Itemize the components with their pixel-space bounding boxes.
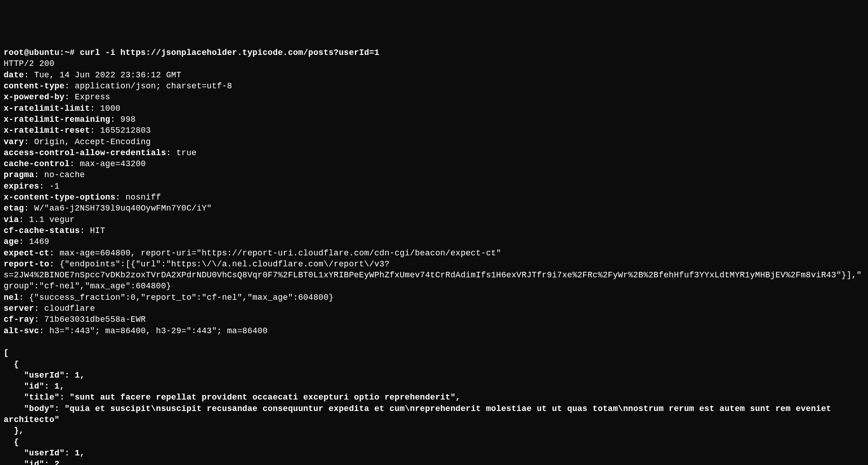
http-header-line: cache-control: max-age=43200 [4,158,864,169]
http-header-line: etag: W/"aa6-j2NSH739l9uq40OywFMn7Y0C/iY… [4,203,864,214]
http-header-key: etag [4,204,24,213]
http-header-value: : 71b6e3031dbe558a-EWR [34,315,146,324]
http-header-value: : 1000 [90,104,121,113]
http-header-key: expect-ct [4,249,49,258]
http-header-value: : 1655212803 [90,126,151,135]
http-header-value: : 998 [110,115,136,124]
http-header-line: alt-svc: h3=":443"; ma=86400, h3-29=":44… [4,325,864,336]
http-header-key: cache-control [4,159,70,168]
http-header-key: x-ratelimit-remaining [4,115,110,124]
http-header-value: : 1.1 vegur [19,215,75,224]
http-header-key: access-control-allow-credentials [4,148,166,157]
http-header-line: x-ratelimit-limit: 1000 [4,103,864,114]
http-header-key: x-ratelimit-reset [4,126,90,135]
http-header-value: : no-cache [34,170,85,179]
http-header-value: : {"success_fraction":0,"report_to":"cf-… [19,293,333,302]
http-header-key: date [4,70,24,80]
http-header-key: pragma [4,170,34,179]
http-header-value: : Origin, Accept-Encoding [24,137,151,146]
http-header-key: x-powered-by [4,92,64,102]
http-header-line: x-ratelimit-reset: 1655212803 [4,125,864,136]
http-header-value: : nosniff [115,193,161,202]
http-header-line: nel: {"success_fraction":0,"report_to":"… [4,292,864,303]
http-headers-block: date: Tue, 14 Jun 2022 23:36:12 GMTconte… [4,70,864,336]
shell-prompt-line[interactable]: root@ubuntu:~# curl -i https://jsonplace… [4,47,864,58]
shell-command: curl -i https://jsonplaceholder.typicode… [80,48,380,57]
http-header-line: x-content-type-options: nosniff [4,192,864,203]
http-header-line: expect-ct: max-age=604800, report-uri="h… [4,248,864,259]
http-header-key: report-to [4,260,49,269]
http-header-value: : max-age=604800, report-uri="https://re… [49,249,501,258]
http-header-value: : W/"aa6-j2NSH739l9uq40OywFMn7Y0C/iY" [24,204,212,213]
http-header-line: expires: -1 [4,181,864,192]
http-header-value: : true [166,148,197,157]
http-header-key: x-ratelimit-limit [4,104,90,113]
http-header-key: server [4,304,34,313]
http-header-value: : Tue, 14 Jun 2022 23:36:12 GMT [24,70,181,80]
http-header-value: : 1469 [19,237,49,246]
http-header-key: x-content-type-options [4,193,115,202]
http-header-line: via: 1.1 vegur [4,214,864,225]
http-header-value: : h3=":443"; ma=86400, h3-29=":443"; ma=… [39,326,268,335]
http-header-line: x-ratelimit-remaining: 998 [4,114,864,125]
http-header-line: report-to: {"endpoints":[{"url":"https:\… [4,259,864,292]
http-header-key: age [4,237,19,246]
http-header-line: access-control-allow-credentials: true [4,147,864,158]
http-header-line: date: Tue, 14 Jun 2022 23:36:12 GMT [4,70,864,81]
http-header-key: vary [4,137,24,146]
http-header-key: cf-ray [4,315,34,324]
http-header-line: cf-cache-status: HIT [4,225,864,236]
http-header-line: x-powered-by: Express [4,92,864,103]
http-header-line: vary: Origin, Accept-Encoding [4,136,864,147]
http-header-value: : max-age=43200 [70,159,146,168]
http-header-value: : cloudflare [34,304,95,313]
http-header-key: expires [4,182,39,191]
http-response-body: [ { "userId": 1, "id": 1, "title": "sunt… [4,347,864,465]
http-header-line: age: 1469 [4,236,864,247]
shell-prompt-prefix: root@ubuntu:~# [4,48,80,57]
http-header-line: content-type: application/json; charset=… [4,81,864,92]
http-header-line: pragma: no-cache [4,169,864,180]
http-header-key: via [4,215,19,224]
http-header-value: : -1 [39,182,59,191]
http-header-key: nel [4,293,19,302]
http-header-key: alt-svc [4,326,39,335]
http-header-value: : HIT [80,226,106,235]
http-header-line: server: cloudflare [4,303,864,314]
http-header-key: cf-cache-status [4,226,80,235]
http-header-value: : {"endpoints":[{"url":"https:\/\/a.nel.… [4,260,862,291]
http-header-value: : Express [64,92,110,102]
http-status-line: HTTP/2 200 [4,58,864,69]
http-header-line: cf-ray: 71b6e3031dbe558a-EWR [4,314,864,325]
http-header-value: : application/json; charset=utf-8 [64,81,232,91]
http-header-key: content-type [4,81,64,91]
